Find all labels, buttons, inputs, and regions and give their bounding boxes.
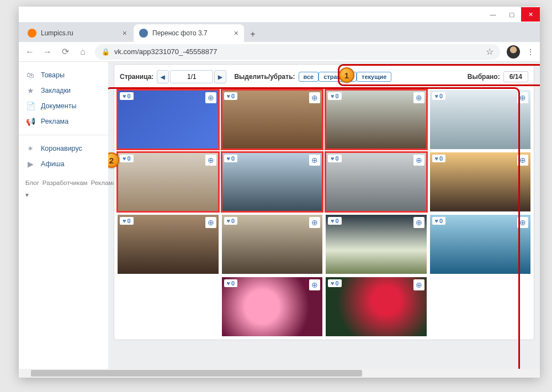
zoom-icon[interactable]: ⊕ bbox=[309, 155, 320, 166]
close-button[interactable]: ✕ bbox=[521, 7, 540, 22]
zoom-icon[interactable]: ⊕ bbox=[517, 217, 528, 228]
sidebar-icon: ▶ bbox=[25, 159, 35, 169]
like-badge[interactable]: ♥0 bbox=[328, 155, 342, 162]
sidebar-label: Документы bbox=[41, 102, 76, 110]
photo-thumb[interactable]: ♥0⊕ bbox=[430, 90, 531, 149]
photo-thumb[interactable]: ♥0⊕ bbox=[326, 215, 427, 274]
toolbar: Страница: ◀ ▶ Выделить/убрать: всестрани… bbox=[118, 68, 530, 86]
like-badge[interactable]: ♥0 bbox=[432, 92, 446, 100]
sidebar-item[interactable]: 📢Реклама bbox=[25, 114, 102, 129]
bookmark-icon[interactable]: ☆ bbox=[486, 46, 493, 57]
lock-icon: 🔒 bbox=[102, 48, 110, 56]
tab-close-icon[interactable]: × bbox=[123, 29, 127, 37]
select-chip[interactable]: текущие bbox=[357, 72, 391, 82]
like-count: 0 bbox=[128, 93, 131, 99]
footer-link[interactable]: Блог bbox=[25, 179, 39, 186]
sidebar-label: Реклама bbox=[41, 118, 68, 125]
photo-thumb[interactable]: ♥0⊕ bbox=[222, 215, 323, 274]
photo-thumb[interactable]: ♥0⊕ bbox=[326, 152, 427, 211]
browser-window: — ▢ ✕ Lumpics.ru×Перенос фото 3.7×+ ← → … bbox=[19, 7, 540, 378]
profile-avatar[interactable] bbox=[507, 45, 520, 59]
sidebar-item[interactable]: ★Закладки bbox=[25, 83, 102, 98]
select-group: Выделить/убрать: всестраницатекущие bbox=[234, 73, 391, 81]
zoom-icon[interactable]: ⊕ bbox=[205, 155, 216, 166]
photo-thumb[interactable]: ♥0⊕ bbox=[118, 90, 219, 149]
photo-thumb[interactable]: ♥0⊕ bbox=[430, 215, 531, 274]
zoom-icon[interactable]: ⊕ bbox=[309, 279, 320, 290]
like-badge[interactable]: ♥0 bbox=[120, 217, 134, 225]
select-chip[interactable]: страница bbox=[319, 72, 357, 82]
photo-thumb[interactable]: ♥0⊕ bbox=[222, 277, 323, 336]
zoom-icon[interactable]: ⊕ bbox=[517, 155, 528, 166]
page-next-button[interactable]: ▶ bbox=[214, 70, 226, 83]
tab-title: Перенос фото 3.7 bbox=[152, 29, 208, 37]
like-count: 0 bbox=[231, 218, 235, 224]
like-badge[interactable]: ♥0 bbox=[224, 217, 238, 225]
tab-close-icon[interactable]: × bbox=[234, 29, 238, 37]
nav-back-icon[interactable]: ← bbox=[24, 47, 35, 57]
zoom-icon[interactable]: ⊕ bbox=[413, 92, 424, 103]
photo-thumb[interactable]: ♥0⊕ bbox=[326, 277, 427, 336]
select-label: Выделить/убрать: bbox=[234, 73, 295, 81]
nav-fwd-icon[interactable]: → bbox=[42, 47, 53, 57]
like-badge[interactable]: ♥0 bbox=[120, 92, 134, 100]
zoom-icon[interactable]: ⊕ bbox=[309, 92, 320, 103]
zoom-icon[interactable]: ⊕ bbox=[413, 217, 424, 228]
like-count: 0 bbox=[231, 155, 235, 162]
url-box[interactable]: 🔒 vk.com/app3231070_-45558877 ☆ bbox=[95, 44, 500, 60]
like-badge[interactable]: ♥0 bbox=[328, 92, 342, 100]
footer-link[interactable]: Разработчикам bbox=[43, 179, 88, 186]
minimize-button[interactable]: — bbox=[484, 7, 502, 22]
zoom-icon[interactable]: ⊕ bbox=[205, 92, 216, 103]
zoom-icon[interactable]: ⊕ bbox=[517, 92, 528, 103]
zoom-icon[interactable]: ⊕ bbox=[413, 279, 424, 290]
browser-tab[interactable]: Перенос фото 3.7× bbox=[134, 24, 244, 42]
vk-sidebar: 🛍Товары★Закладки📄Документы📢Реклама ✶Коро… bbox=[19, 62, 108, 378]
photo-grid: ♥0⊕♥0⊕♥0⊕♥0⊕♥0⊕♥0⊕♥0⊕♥0⊕♥0⊕♥0⊕♥0⊕♥0⊕♥0⊕♥… bbox=[118, 90, 530, 336]
heart-icon: ♥ bbox=[123, 155, 126, 162]
zoom-icon[interactable]: ⊕ bbox=[205, 217, 216, 228]
zoom-icon[interactable]: ⊕ bbox=[413, 155, 424, 166]
like-count: 0 bbox=[336, 93, 339, 99]
app-main: Переместить Страница: ◀ ▶ Выделить/убрат… bbox=[108, 62, 540, 378]
favicon bbox=[28, 29, 36, 38]
photo-thumb[interactable]: ♥0⊕ bbox=[118, 152, 219, 211]
heart-icon: ♥ bbox=[227, 280, 231, 287]
photo-thumb[interactable]: ♥0⊕ bbox=[430, 152, 531, 211]
zoom-icon[interactable]: ⊕ bbox=[309, 217, 320, 228]
sidebar-item[interactable]: ✶Коронавирус bbox=[25, 141, 102, 156]
photo-thumb[interactable]: ♥0⊕ bbox=[326, 90, 427, 149]
page-body: 🛍Товары★Закладки📄Документы📢Реклама ✶Коро… bbox=[19, 62, 540, 378]
like-badge[interactable]: ♥0 bbox=[328, 279, 342, 287]
like-badge[interactable]: ♥0 bbox=[120, 155, 134, 162]
browser-tab[interactable]: Lumpics.ru× bbox=[22, 24, 132, 42]
sidebar-icon: ✶ bbox=[25, 144, 35, 153]
new-tab-button[interactable]: + bbox=[245, 27, 261, 42]
page-prev-button[interactable]: ◀ bbox=[157, 70, 169, 83]
menu-icon[interactable]: ⋮ bbox=[527, 47, 534, 56]
like-badge[interactable]: ♥0 bbox=[432, 217, 446, 225]
like-badge[interactable]: ♥0 bbox=[224, 279, 238, 287]
like-count: 0 bbox=[231, 93, 235, 99]
sidebar-item[interactable]: ▶Афиша bbox=[25, 156, 102, 172]
nav-home-icon[interactable]: ⌂ bbox=[77, 47, 88, 57]
photo-thumb[interactable]: ♥0⊕ bbox=[222, 152, 323, 211]
like-badge[interactable]: ♥0 bbox=[224, 92, 238, 100]
url-text: vk.com/app3231070_-45558877 bbox=[114, 47, 217, 56]
nav-reload-icon[interactable]: ⟳ bbox=[60, 46, 71, 57]
maximize-button[interactable]: ▢ bbox=[502, 7, 521, 22]
sidebar-icon: 📢 bbox=[25, 116, 35, 126]
select-chip[interactable]: все bbox=[299, 72, 319, 82]
like-badge[interactable]: ♥0 bbox=[224, 155, 238, 162]
selected-label: Выбрано: bbox=[468, 73, 500, 81]
sidebar-item[interactable]: 🛍Товары bbox=[25, 67, 102, 83]
page-input[interactable] bbox=[170, 70, 213, 83]
h-scrollbar[interactable] bbox=[19, 369, 540, 378]
photo-thumb[interactable]: ♥0⊕ bbox=[222, 90, 323, 149]
like-badge[interactable]: ♥0 bbox=[328, 217, 342, 225]
photo-thumb[interactable]: ♥0⊕ bbox=[118, 215, 219, 274]
sidebar-item[interactable]: 📄Документы bbox=[25, 98, 102, 114]
like-badge[interactable]: ♥0 bbox=[432, 155, 446, 162]
heart-icon: ♥ bbox=[435, 218, 439, 224]
page-label: Страница: bbox=[120, 73, 153, 81]
